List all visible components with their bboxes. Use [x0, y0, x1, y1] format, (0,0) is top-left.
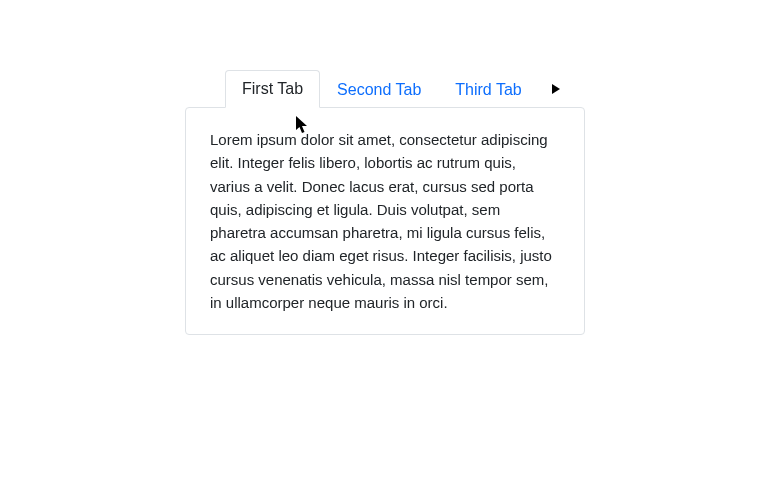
- tab-third[interactable]: Third Tab: [438, 71, 538, 108]
- tab-panel-first: Lorem ipsum dolor sit amet, consectetur …: [210, 128, 560, 314]
- tabs-container: First Tab Second Tab Third Tab Lorem ips…: [185, 70, 585, 335]
- tabs-header: First Tab Second Tab Third Tab: [185, 70, 585, 107]
- triangle-right-icon: [551, 80, 561, 98]
- tabs-content: Lorem ipsum dolor sit amet, consectetur …: [185, 107, 585, 335]
- tab-first[interactable]: First Tab: [225, 70, 320, 108]
- scroll-right-button[interactable]: [551, 80, 561, 98]
- tab-second[interactable]: Second Tab: [320, 71, 438, 108]
